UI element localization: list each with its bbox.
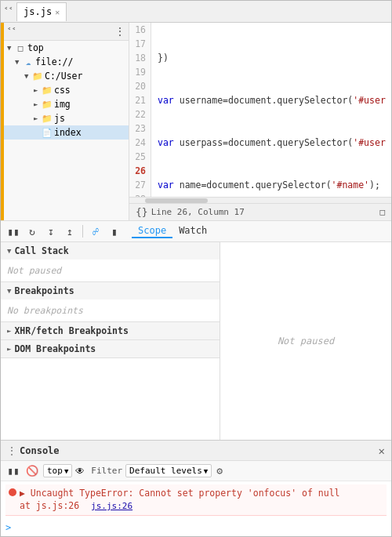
console-settings-button[interactable]: ⚙ [216, 465, 223, 477]
tree-label-file: file:// [35, 56, 73, 67]
xhr-breakpoints-title: XHR/fetch Breakpoints [14, 325, 128, 336]
tree-item-top[interactable]: ▼ □ top [4, 41, 129, 55]
tree-arrow-img: ► [34, 100, 42, 108]
console-error-main: ▶ Uncaught TypeError: Cannot set propert… [20, 488, 340, 499]
tree-item-img[interactable]: ► 📁 img [4, 97, 129, 111]
code-horizontal-scrollbar[interactable] [129, 197, 391, 203]
debug-step-over-button[interactable]: ↻ [24, 223, 40, 239]
watch-tab[interactable]: Watch [172, 224, 213, 238]
code-editor: 16 17 18 19 20 21 22 23 24 25 26 27 28 2… [129, 23, 391, 220]
file-icon-index: 📄 [42, 128, 53, 138]
tree-label-css: css [54, 85, 71, 96]
folder-icon-css: 📁 [42, 85, 53, 96]
line-numbers: 16 17 18 19 20 21 22 23 24 25 26 27 28 2… [129, 23, 151, 197]
breakpoints-content: No breakpoints [1, 299, 220, 321]
code-text[interactable]: }) var username=document.querySelector('… [151, 23, 391, 197]
tab-close-button[interactable]: ✕ [55, 8, 60, 16]
tree-label-js: js [54, 113, 65, 124]
cloud-icon: ☁ [23, 57, 34, 67]
console-drag-icon: ⋮ [7, 445, 16, 456]
dom-breakpoints-section: ► DOM Breakpoints [1, 340, 220, 358]
call-stack-section: ▼ Call Stack Not paused [1, 242, 220, 282]
console-error-icon [9, 488, 16, 496]
tree-item-css[interactable]: ► 📁 css [4, 83, 129, 97]
status-bar: {} Line 26, Column 17 □ [129, 203, 391, 220]
call-stack-not-paused: Not paused [7, 265, 61, 276]
breakpoints-header[interactable]: ▼ Breakpoints [1, 282, 220, 299]
console-filter-icon[interactable]: 🚫 [24, 463, 40, 479]
folder-icon-img: 📁 [42, 100, 53, 110]
sidebar-nav[interactable]: ˂˂ [7, 27, 16, 37]
code-scroll-area[interactable]: 16 17 18 19 20 21 22 23 24 25 26 27 28 2… [129, 23, 391, 197]
debugger-toolbar: ▮▮ ↻ ↧ ↥ ☍ ▮ Scope Watch [1, 220, 391, 242]
console-prompt-icon: > [5, 522, 11, 533]
js-tab-label: js.js [24, 6, 52, 17]
js-tab[interactable]: js.js ✕ [16, 2, 67, 21]
debug-step-into-button[interactable]: ↧ [43, 223, 59, 239]
tree-arrow-css: ► [34, 86, 42, 94]
dom-arrow: ► [7, 345, 11, 353]
tree-item-js[interactable]: ► 📁 js [4, 111, 129, 125]
code-line-19: var name=document.querySelector('#name')… [158, 178, 385, 192]
tree-icon-top: □ [15, 43, 26, 53]
tree-arrow-file: ▼ [15, 58, 23, 66]
file-tree-sidebar: ˂˂ ⋮ ▼ □ top ▼ ☁ file:// ▼ 📁 C:/User [4, 23, 129, 220]
console-eye-icon[interactable]: 👁 [75, 466, 85, 477]
console-error-detail: at js.js:26 [20, 500, 79, 511]
tree-item-file[interactable]: ▼ ☁ file:// [4, 55, 129, 69]
breakpoints-section: ▼ Breakpoints No breakpoints [1, 282, 220, 322]
debug-deactivate-button[interactable]: ☍ [88, 223, 103, 239]
console-input[interactable] [14, 522, 387, 533]
dom-breakpoints-header[interactable]: ► DOM Breakpoints [1, 340, 220, 357]
tab-bar: ˂˂ js.js ✕ [1, 1, 391, 23]
call-stack-title: Call Stack [14, 245, 68, 256]
breakpoints-empty: No breakpoints [7, 305, 83, 316]
console-header: ⋮ Console ✕ [1, 441, 391, 461]
console-filter-label: Filter [91, 466, 122, 476]
sidebar-header: ˂˂ ⋮ [4, 23, 129, 41]
tree-arrow-js: ► [34, 114, 42, 122]
debug-pause-button[interactable]: ▮▮ [5, 223, 21, 239]
sidebar-menu-button[interactable]: ⋮ [114, 25, 125, 38]
xhr-breakpoints-section: ► XHR/fetch Breakpoints [1, 322, 220, 340]
code-line-16: }) [158, 51, 385, 65]
not-paused-label: Not paused [278, 336, 334, 347]
dom-breakpoints-title: DOM Breakpoints [14, 343, 96, 354]
breakpoints-title: Breakpoints [14, 285, 74, 296]
console-error-message: ▶ Uncaught TypeError: Cannot set propert… [20, 487, 383, 513]
tab-nav-arrows[interactable]: ˂˂ [4, 6, 13, 16]
call-stack-header[interactable]: ▼ Call Stack [1, 242, 220, 259]
status-position: Line 26, Column 17 [151, 207, 245, 217]
console-context-dropdown: ▼ [64, 467, 68, 475]
console-toolbar: ▮▮ 🚫 top ▼ 👁 Filter Default levels ▼ ⚙ [1, 461, 391, 481]
tree-label-top: top [27, 42, 44, 53]
console-levels-select[interactable]: Default levels ▼ [125, 464, 212, 477]
status-curly-icon: {} [136, 206, 148, 218]
console-context-label: top [47, 466, 63, 476]
tree-item-cuser[interactable]: ▼ 📁 C:/User [4, 69, 129, 83]
tree-item-index[interactable]: 📄 index [4, 125, 129, 140]
scope-watch-tabs: Scope Watch [132, 224, 213, 238]
console-content: ▶ Uncaught TypeError: Cannot set propert… [1, 481, 391, 519]
tab-left-arrow[interactable]: ˂˂ [4, 6, 13, 16]
tree-label-img: img [54, 99, 71, 110]
xhr-arrow: ► [7, 327, 11, 335]
console-error-link[interactable]: js.js:26 [91, 501, 132, 511]
debug-pause-exception-button[interactable]: ▮ [107, 223, 122, 239]
console-close-button[interactable]: ✕ [379, 444, 385, 457]
sidebar-collapse-arrow[interactable]: ˂˂ [7, 27, 16, 37]
tree-arrow-top: ▼ [7, 44, 15, 52]
tree-label-cuser: C:/User [45, 71, 82, 82]
call-stack-content: Not paused [1, 259, 220, 281]
xhr-breakpoints-header[interactable]: ► XHR/fetch Breakpoints [1, 322, 220, 339]
code-line-18: var userpass=document.querySelector('#us… [158, 136, 385, 150]
status-expand-button[interactable]: □ [379, 207, 385, 217]
debug-step-out-button[interactable]: ↥ [62, 223, 78, 239]
console-error-entry: ▶ Uncaught TypeError: Cannot set propert… [5, 484, 387, 516]
code-line-17: var username=document.querySelector('#us… [158, 93, 385, 107]
scope-tab[interactable]: Scope [132, 224, 172, 238]
console-context-select[interactable]: top ▼ [43, 464, 72, 477]
console-clear-button[interactable]: ▮▮ [5, 463, 21, 479]
folder-icon-cuser: 📁 [32, 71, 43, 82]
tree-label-index: index [54, 127, 82, 138]
